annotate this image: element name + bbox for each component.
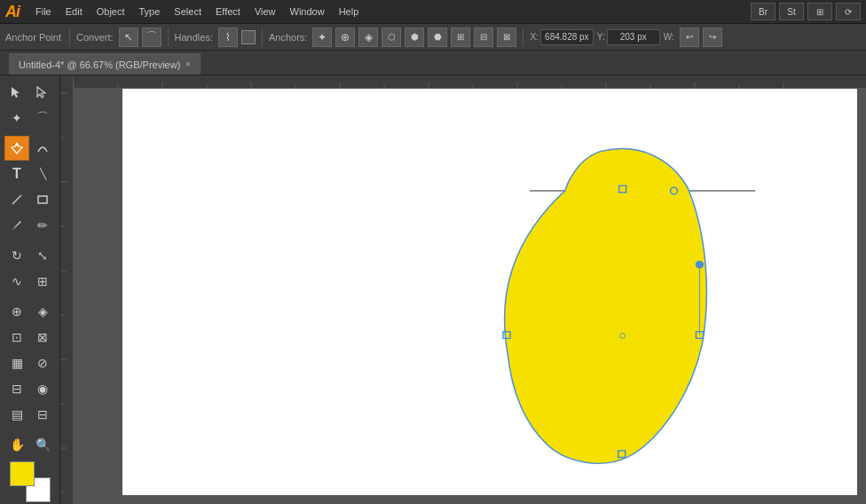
tool-perspective[interactable]: ⊡ xyxy=(4,325,29,350)
tool-eyedropper[interactable]: ⊘ xyxy=(30,350,55,375)
toolbox: ✦ ⌒ T ╲ xyxy=(0,75,60,504)
align-btn1[interactable]: ⬡ xyxy=(382,28,401,47)
anchors-btn1[interactable]: ✦ xyxy=(312,28,332,47)
tool-row-12: ⊟ ◉ xyxy=(2,376,58,401)
tool-type-vertical[interactable]: ╲ xyxy=(30,161,55,186)
tab-close-btn[interactable]: × xyxy=(185,59,191,69)
ruler-left xyxy=(60,75,74,504)
y-coord-group: Y: xyxy=(597,29,660,45)
svg-line-1 xyxy=(12,195,21,204)
align-btn4[interactable]: ⊞ xyxy=(451,28,470,47)
tool-select[interactable] xyxy=(4,80,29,105)
sep1 xyxy=(69,28,70,46)
convert-label: Convert: xyxy=(76,32,114,43)
align-btn2[interactable]: ⬢ xyxy=(405,28,424,47)
tool-zoom[interactable]: 🔍 xyxy=(30,432,55,457)
tool-row-2: ✦ ⌒ xyxy=(2,106,58,130)
x-input[interactable] xyxy=(540,29,594,45)
bridge-icon[interactable]: Br xyxy=(751,3,775,20)
tool-blend[interactable]: ⊟ xyxy=(4,376,29,401)
tool-row-9: ⊕ ◈ xyxy=(2,299,58,324)
tool-row-8: ∿ ⊞ xyxy=(2,269,58,294)
tool-row-10: ⊡ ⊠ xyxy=(2,325,58,350)
egg-shape[interactable] xyxy=(505,148,707,463)
tool-scale[interactable]: ⤡ xyxy=(30,243,55,268)
menu-object[interactable]: Object xyxy=(90,4,132,20)
tool-artboard[interactable]: ⊟ xyxy=(30,402,55,427)
layout-icon[interactable]: ⊞ xyxy=(807,3,832,20)
align-btn6[interactable]: ⊠ xyxy=(497,28,516,47)
tool-gradient[interactable]: ▦ xyxy=(4,350,29,375)
tool-graph[interactable]: ▤ xyxy=(4,402,29,427)
foreground-color-swatch[interactable] xyxy=(10,461,35,486)
tool-row-6: ✏ xyxy=(2,213,58,238)
tool-row-1 xyxy=(2,80,58,105)
y-label: Y: xyxy=(597,32,605,42)
tool-shape-builder[interactable]: ⊕ xyxy=(4,299,29,324)
handles-square[interactable] xyxy=(241,30,256,44)
ruler-top xyxy=(74,75,866,89)
redo-btn[interactable]: ↪ xyxy=(703,28,722,47)
tool-free-transform[interactable]: ⊞ xyxy=(30,269,55,294)
anchors-btn3[interactable]: ◈ xyxy=(358,28,378,47)
tool-row-14: ✋ 🔍 xyxy=(2,432,58,457)
tool-warp[interactable]: ∿ xyxy=(4,269,29,294)
menu-help[interactable]: Help xyxy=(332,4,366,20)
align-btn3[interactable]: ⬣ xyxy=(428,28,447,47)
tool-row-4: T ╲ xyxy=(2,161,58,186)
menu-view[interactable]: View xyxy=(248,4,283,20)
undo-btn[interactable]: ↩ xyxy=(680,28,699,47)
w-label: W: xyxy=(664,32,674,42)
convert-btn2[interactable]: ⌒ xyxy=(142,28,161,47)
tool-hand[interactable]: ✋ xyxy=(4,432,29,457)
document-tab[interactable]: Untitled-4* @ 66.67% (RGB/Preview) × xyxy=(9,53,201,75)
tool-rotate[interactable]: ↻ xyxy=(4,243,29,268)
fg-bg-colors xyxy=(10,461,51,502)
app-logo: Ai xyxy=(5,3,20,21)
tool-row-3 xyxy=(2,136,58,161)
menu-window[interactable]: Window xyxy=(283,4,332,20)
document-canvas xyxy=(122,84,857,495)
tool-symbol[interactable]: ◉ xyxy=(30,376,55,401)
x-label: X: xyxy=(530,32,538,42)
shape-canvas xyxy=(122,84,857,495)
tool-line[interactable] xyxy=(4,187,29,212)
tab-bar: Untitled-4* @ 66.67% (RGB/Preview) × xyxy=(0,51,866,75)
menu-select[interactable]: Select xyxy=(167,4,209,20)
tab-title: Untitled-4* @ 66.67% (RGB/Preview) xyxy=(19,59,180,70)
tool-rect[interactable] xyxy=(30,187,55,212)
sep3 xyxy=(262,28,263,46)
anchor-point-label: Anchor Point xyxy=(5,32,61,43)
anchors-label: Anchors: xyxy=(269,32,307,43)
tool-mesh[interactable]: ⊠ xyxy=(30,325,55,350)
align-btn5[interactable]: ⊟ xyxy=(474,28,493,47)
y-input[interactable] xyxy=(607,29,660,45)
tool-paintbrush[interactable] xyxy=(4,213,29,238)
tool-live-paint[interactable]: ◈ xyxy=(30,299,55,324)
stock-icon[interactable]: St xyxy=(779,3,804,20)
handles-btn1[interactable]: ⌇ xyxy=(218,28,238,47)
anchors-btn2[interactable]: ⊕ xyxy=(335,28,355,47)
right-icons-group: Br St ⊞ ⟳ xyxy=(751,3,861,20)
menu-file[interactable]: File xyxy=(28,4,59,20)
tool-row-13: ▤ ⊟ xyxy=(2,402,58,427)
tool-magic-wand[interactable]: ✦ xyxy=(4,106,29,130)
tool-pencil[interactable]: ✏ xyxy=(30,213,55,238)
tool-lasso[interactable]: ⌒ xyxy=(30,106,55,130)
menu-type[interactable]: Type xyxy=(132,4,168,20)
x-coord-group: X: xyxy=(530,29,593,45)
tool-type[interactable]: T xyxy=(4,161,29,186)
tool-pen[interactable] xyxy=(4,136,29,161)
tool-row-5 xyxy=(2,187,58,212)
svg-point-0 xyxy=(16,144,19,146)
sep2 xyxy=(168,28,169,46)
sep4 xyxy=(523,28,524,46)
convert-btn1[interactable]: ↖ xyxy=(119,28,138,47)
menu-effect[interactable]: Effect xyxy=(209,4,248,20)
tool-curvature[interactable] xyxy=(30,136,55,161)
menu-edit[interactable]: Edit xyxy=(59,4,90,20)
tool-row-7: ↻ ⤡ xyxy=(2,243,58,268)
sync-icon[interactable]: ⟳ xyxy=(836,3,861,20)
tool-direct-select[interactable] xyxy=(30,80,55,105)
canvas-area xyxy=(60,75,866,504)
